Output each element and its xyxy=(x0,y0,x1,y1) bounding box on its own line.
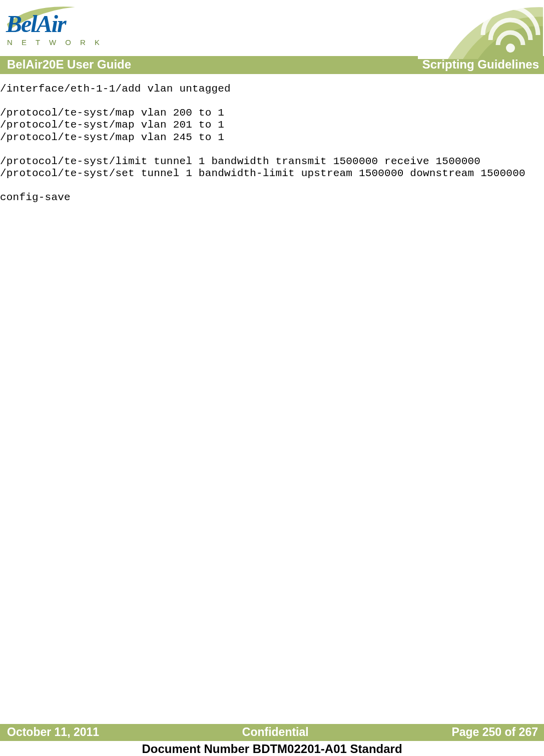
guide-title: BelAir20E User Guide xyxy=(7,58,131,72)
content-area: /interface/eth-1-1/add vlan untagged /pr… xyxy=(0,74,544,724)
code-block: /interface/eth-1-1/add vlan untagged /pr… xyxy=(0,83,544,204)
svg-text:BelAir: BelAir xyxy=(6,11,67,37)
footer-date: October 11, 2011 xyxy=(7,725,99,739)
svg-point-4 xyxy=(506,44,515,53)
code-line: /interface/eth-1-1/add vlan untagged xyxy=(0,83,231,95)
code-line: /protocol/te-syst/map vlan 245 to 1 xyxy=(0,132,224,143)
footer-page: Page 250 of 267 xyxy=(451,725,538,739)
code-line: /protocol/te-syst/limit tunnel 1 bandwid… xyxy=(0,156,480,167)
decorative-swirl-icon xyxy=(418,0,543,61)
code-line: config-save xyxy=(0,192,71,203)
code-line: /protocol/te-syst/set tunnel 1 bandwidth… xyxy=(0,168,525,179)
document-number: Document Number BDTM02201-A01 Standard xyxy=(0,741,544,756)
code-line: /protocol/te-syst/map vlan 201 to 1 xyxy=(0,119,224,131)
header-area: BelAir N E T W O R K S xyxy=(0,0,544,56)
code-line: /protocol/te-syst/map vlan 200 to 1 xyxy=(0,107,224,119)
footer-bar: October 11, 2011 Confidential Page 250 o… xyxy=(0,724,544,741)
footer-confidential: Confidential xyxy=(242,725,309,739)
belair-logo: BelAir N E T W O R K S xyxy=(4,2,99,53)
svg-text:N E T W O R K S: N E T W O R K S xyxy=(7,38,99,47)
